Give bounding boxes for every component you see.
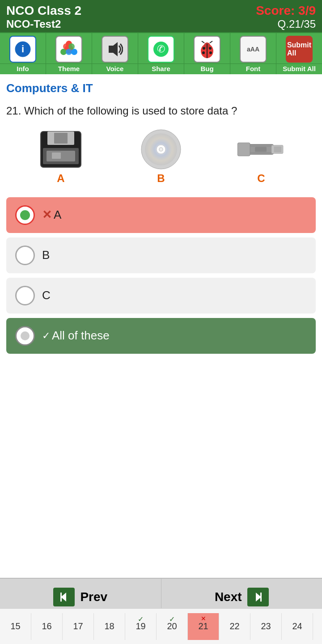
svg-point-20 <box>204 42 210 49</box>
qnum-24[interactable]: 24 <box>282 613 313 640</box>
bug-icon <box>194 36 220 63</box>
image-options: A <box>6 129 316 185</box>
voice-icon <box>102 36 128 63</box>
svg-point-5 <box>71 49 77 55</box>
toolbar-voice[interactable] <box>92 33 138 64</box>
radio-d <box>15 326 35 346</box>
image-option-b[interactable]: B <box>134 129 188 185</box>
svg-point-7 <box>63 43 69 50</box>
svg-rect-28 <box>52 153 61 159</box>
svg-rect-46 <box>260 593 262 602</box>
svg-point-8 <box>68 43 75 50</box>
svg-point-18 <box>202 51 205 54</box>
radio-c <box>15 286 35 305</box>
qnum-18[interactable]: 18 <box>94 613 125 640</box>
radio-a <box>15 205 35 225</box>
qnum-22[interactable]: 22 <box>219 613 250 640</box>
svg-point-9 <box>66 49 72 55</box>
wrong-mark-a: ✕ <box>42 208 52 222</box>
svg-point-19 <box>209 51 212 54</box>
svg-marker-10 <box>109 42 118 56</box>
label-font: Font <box>230 64 276 74</box>
svg-rect-25 <box>54 133 68 144</box>
image-option-c[interactable]: C <box>234 129 288 185</box>
svg-point-4 <box>60 49 67 55</box>
toolbar-bug[interactable] <box>184 33 230 64</box>
toolbar-font[interactable]: aAA <box>230 33 276 64</box>
answer-text-a: A <box>54 208 61 222</box>
theme-icon <box>55 36 82 63</box>
prev-icon <box>53 588 75 606</box>
option-c-label: C <box>257 172 265 185</box>
submit-label: Submit All <box>287 41 311 57</box>
toolbar-submit[interactable]: Submit All <box>276 33 322 64</box>
answer-options: ✕ A B C ✓ All of these <box>6 197 316 354</box>
bottom-fixed: Prev Next 15 16 17 18 ✓ 19 ✓ 20 ✕ <box>0 578 322 644</box>
toolbar-labels: Info Theme Voice Share Bug Font Submit A… <box>0 64 322 74</box>
toolbar-share[interactable]: ✆ <box>138 33 184 64</box>
score-display: Score: 3/9 <box>256 4 316 18</box>
image-option-a[interactable]: A <box>34 129 88 185</box>
option-a-label: A <box>57 172 64 185</box>
answer-option-a[interactable]: ✕ A <box>6 197 316 233</box>
label-theme: Theme <box>46 64 92 74</box>
toolbar-info[interactable]: i <box>0 33 46 64</box>
correct-mark-d: ✓ <box>42 330 50 342</box>
svg-point-33 <box>159 148 163 151</box>
qnum-23[interactable]: 23 <box>250 613 282 640</box>
app-header: NCO Class 2 Score: 3/9 NCO-Test2 Q.21/35 <box>0 0 322 32</box>
qnum-15[interactable]: 15 <box>0 613 31 640</box>
answer-text-d: All of these <box>52 329 110 343</box>
radio-b <box>15 246 35 265</box>
floppy-image <box>34 129 88 169</box>
qnum-21[interactable]: ✕ 21 <box>188 613 219 640</box>
content-area: Computers & IT 21. Which of the followin… <box>0 74 322 361</box>
usb-image <box>234 129 288 169</box>
answer-option-d[interactable]: ✓ All of these <box>6 318 316 354</box>
category-title: Computers & IT <box>6 81 316 95</box>
prev-label: Prev <box>80 590 107 604</box>
answer-option-b[interactable]: B <box>6 237 316 273</box>
question-text: 21. Which of the following is used to st… <box>6 103 316 119</box>
label-info: Info <box>0 64 46 74</box>
svg-rect-35 <box>237 143 250 156</box>
next-icon <box>247 588 269 606</box>
svg-line-21 <box>202 41 204 43</box>
share-icon: ✆ <box>148 36 174 63</box>
label-submit: Submit All <box>276 64 322 74</box>
svg-text:✆: ✆ <box>157 43 165 55</box>
svg-text:i: i <box>21 43 24 55</box>
svg-rect-40 <box>255 147 267 152</box>
qnum-19[interactable]: ✓ 19 <box>125 613 157 640</box>
submit-icon: Submit All <box>286 36 313 63</box>
toolbar: i <box>0 32 322 64</box>
answer-option-c[interactable]: C <box>6 278 316 314</box>
svg-line-22 <box>210 41 212 43</box>
answer-text-b: B <box>42 248 50 262</box>
font-icon: aAA <box>240 36 267 63</box>
app-title: NCO Class 2 <box>6 4 81 18</box>
info-icon: i <box>9 36 36 63</box>
label-voice: Voice <box>92 64 138 74</box>
test-name: NCO-Test2 <box>6 18 61 30</box>
answer-text-c: C <box>42 288 51 302</box>
qnum-16[interactable]: 16 <box>31 613 63 640</box>
qnum-20[interactable]: ✓ 20 <box>157 613 188 640</box>
cd-image <box>134 129 188 169</box>
label-share: Share <box>138 64 184 74</box>
question-number: Q.21/35 <box>278 18 316 30</box>
svg-rect-37 <box>274 146 282 152</box>
next-label: Next <box>215 590 242 604</box>
label-bug: Bug <box>184 64 230 74</box>
question-strip: 15 16 17 18 ✓ 19 ✓ 20 ✕ 21 22 23 24 25 <box>0 608 322 644</box>
svg-rect-43 <box>60 593 62 602</box>
option-b-label: B <box>157 172 165 185</box>
toolbar-theme[interactable] <box>46 33 92 64</box>
qnum-17[interactable]: 17 <box>63 613 94 640</box>
qnum-25[interactable]: 25 <box>313 613 322 640</box>
